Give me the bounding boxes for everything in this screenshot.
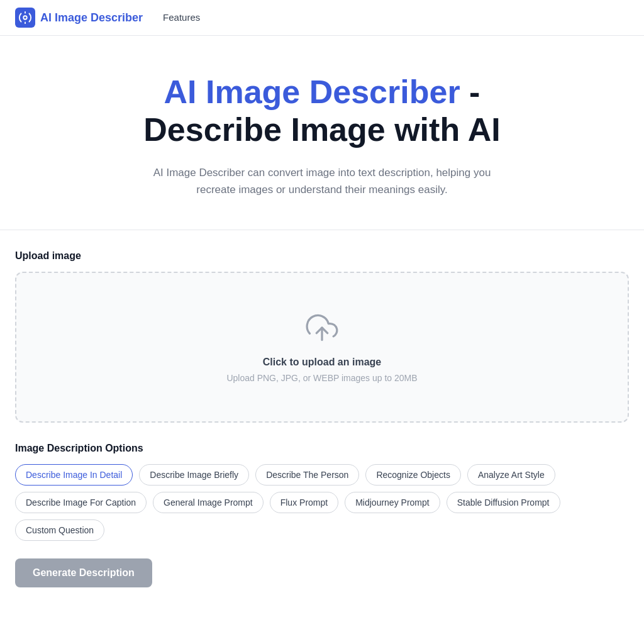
hero-title-blue: AI Image Describer xyxy=(164,74,460,110)
option-describe-briefly[interactable]: Describe Image Briefly xyxy=(139,464,249,486)
upload-subtitle: Upload PNG, JPG, or WEBP images up to 20… xyxy=(226,373,417,383)
option-describe-person[interactable]: Describe The Person xyxy=(255,464,359,486)
option-custom-question[interactable]: Custom Question xyxy=(15,519,104,541)
logo-icon xyxy=(15,8,35,28)
option-flux-prompt[interactable]: Flux Prompt xyxy=(270,492,338,513)
svg-point-0 xyxy=(23,16,27,19)
hero-subtitle: AI Image Describer can convert image int… xyxy=(133,164,511,198)
generate-button[interactable]: Generate Description xyxy=(15,558,152,587)
logo-text: AI Image Describer xyxy=(40,11,143,25)
main-nav: Features xyxy=(163,12,200,23)
option-general-prompt[interactable]: General Image Prompt xyxy=(153,492,264,513)
logo-area: AI Image Describer xyxy=(15,8,143,28)
nav-features[interactable]: Features xyxy=(163,12,200,23)
option-recognize-objects[interactable]: Recognize Objects xyxy=(365,464,461,486)
upload-title: Click to upload an image xyxy=(263,357,381,368)
option-describe-caption[interactable]: Describe Image For Caption xyxy=(15,492,147,513)
hero-title: AI Image Describer -Describe Image with … xyxy=(15,74,629,149)
options-section: Image Description Options Describe Image… xyxy=(15,443,629,541)
upload-dropzone[interactable]: Click to upload an image Upload PNG, JPG… xyxy=(15,272,629,423)
option-analyze-art[interactable]: Analyze Art Style xyxy=(467,464,555,486)
upload-cloud-icon xyxy=(306,311,338,347)
header: AI Image Describer Features xyxy=(0,0,644,36)
options-label: Image Description Options xyxy=(15,443,629,454)
upload-label: Upload image xyxy=(15,250,629,262)
main-content: Upload image Click to upload an image Up… xyxy=(0,230,644,608)
options-grid: Describe Image In Detail Describe Image … xyxy=(15,464,629,541)
option-describe-detail[interactable]: Describe Image In Detail xyxy=(15,464,133,486)
option-midjourney-prompt[interactable]: Midjourney Prompt xyxy=(345,492,440,513)
option-stable-diffusion[interactable]: Stable Diffusion Prompt xyxy=(447,492,560,513)
hero-section: AI Image Describer -Describe Image with … xyxy=(0,36,644,230)
